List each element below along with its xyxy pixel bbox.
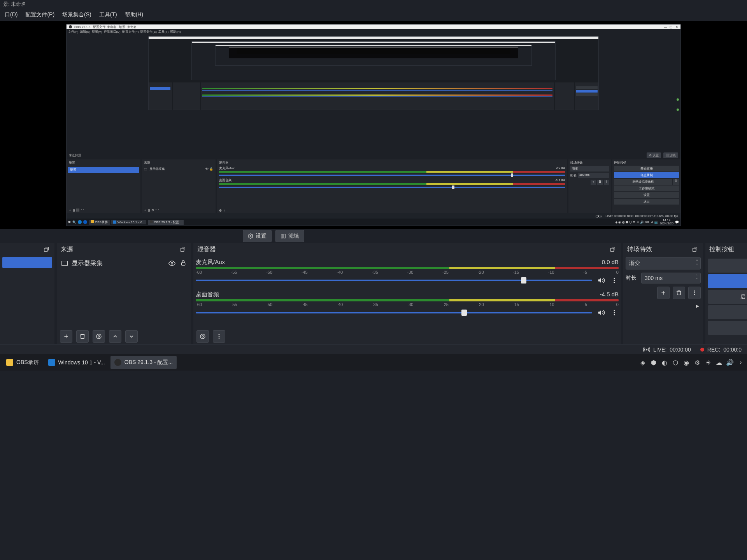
tray-gear-icon[interactable]: ⚙ (693, 359, 701, 366)
source-properties-button[interactable] (93, 330, 105, 343)
control-button-3[interactable]: 启 (708, 290, 747, 304)
obs-icon (114, 359, 121, 366)
tray-icon[interactable]: ⬡ (672, 359, 679, 366)
advanced-audio-button[interactable] (196, 330, 209, 343)
source-label: 显示器采集 (72, 259, 103, 268)
svg-point-13 (614, 310, 615, 311)
control-button-4[interactable] (708, 305, 747, 319)
mixer-title: 混音器 (197, 245, 216, 254)
kebab-icon[interactable] (610, 308, 619, 317)
scene-item-selected[interactable] (2, 257, 52, 268)
taskbar-label: OBS 29.1.3 - 配置... (124, 359, 173, 366)
preview-area[interactable]: OBS 29.1.3 · 配置文件: 未命名 · 场景: 未命名 — ▢ ✕ 文… (0, 21, 747, 229)
spin-arrows-icon[interactable]: ˄˅ (696, 275, 698, 282)
channel-name: 麦克风/Aux (196, 259, 225, 266)
svg-point-17 (200, 334, 205, 339)
taskbar-label: OBS录屏 (16, 359, 39, 366)
svg-point-10 (614, 278, 615, 279)
duration-label: 时长 (626, 275, 637, 282)
mixer-channel-mic: 麦克风/Aux0.0 dB -60-55-50-45-40-35-30-25-2… (196, 257, 619, 285)
svg-rect-3 (44, 248, 47, 251)
move-down-button[interactable] (125, 330, 138, 343)
menu-item-window[interactable]: 口(D) (2, 10, 21, 20)
add-transition-button[interactable] (657, 287, 670, 299)
svg-point-25 (646, 349, 647, 350)
taskbar-item-obs[interactable]: OBS 29.1.3 - 配置... (110, 356, 177, 369)
tray-sound-icon[interactable]: 🔊 (726, 359, 734, 366)
transitions-title: 转场特效 (627, 245, 652, 254)
mixer-menu-button[interactable] (213, 330, 225, 343)
scenes-dock (0, 243, 54, 344)
menu-item-profile[interactable]: 配置文件(P) (22, 10, 58, 20)
popout-icon[interactable] (608, 245, 617, 254)
svg-point-14 (614, 312, 615, 313)
svg-rect-1 (281, 234, 283, 238)
preview-canvas: OBS 29.1.3 · 配置文件: 未命名 · 场景: 未命名 — ▢ ✕ 文… (66, 24, 681, 226)
popout-icon[interactable] (42, 245, 51, 254)
add-source-button[interactable] (60, 330, 72, 343)
duration-value: 300 ms (645, 275, 663, 281)
filters-icon (281, 233, 286, 239)
record-dot-icon (700, 348, 704, 352)
svg-point-7 (98, 336, 100, 337)
source-filters-button[interactable]: 滤镜 (275, 230, 304, 242)
controls-title: 控制按钮 (709, 245, 734, 254)
menu-item-help[interactable]: 帮助(H) (122, 10, 146, 20)
window-title: 景: 未命名 (0, 0, 747, 9)
transitions-dock: 转场特效 渐变 ˄˅ 时长 300 ms ˄˅ (623, 243, 703, 344)
svg-point-23 (694, 292, 695, 294)
svg-point-22 (694, 290, 695, 292)
tray-chevron-icon[interactable]: › (737, 359, 745, 366)
taskbar-item-folder[interactable]: OBS录屏 (2, 356, 43, 369)
volume-slider[interactable] (196, 280, 592, 281)
taskbar: OBS录屏 Windows 10 1 - V... OBS 29.1.3 - 配… (0, 354, 747, 371)
display-capture-icon (61, 261, 68, 266)
transition-menu-button[interactable] (688, 287, 701, 299)
tray-icon[interactable]: ◈ (639, 359, 647, 366)
tray-icon[interactable]: ⬢ (650, 359, 658, 366)
popout-icon[interactable] (691, 245, 699, 254)
channel-name: 桌面音频 (196, 291, 219, 298)
mixer-dock: 混音器 麦克风/Aux0.0 dB -60-55-50-45-40-35-30-… (193, 243, 621, 344)
slider-knob[interactable] (461, 310, 467, 316)
source-settings-button[interactable]: 设置 (243, 230, 272, 242)
preview-toolbar: 设置 滤镜 (0, 229, 747, 243)
transition-type: 渐变 (629, 260, 640, 267)
taskbar-item-vm[interactable]: Windows 10 1 - V... (44, 356, 109, 369)
eye-icon[interactable] (168, 260, 175, 267)
svg-point-16 (202, 336, 203, 337)
vm-icon (48, 359, 55, 366)
settings-label: 设置 (256, 233, 267, 240)
tray-icon[interactable]: ◉ (682, 359, 690, 366)
tray-icon[interactable]: ◐ (661, 359, 668, 366)
speaker-icon[interactable] (597, 308, 605, 317)
tray-sun-icon[interactable]: ☀ (704, 359, 712, 366)
volume-slider[interactable] (196, 312, 592, 313)
source-item[interactable]: 显示器采集 (59, 257, 189, 270)
tick-labels: -60-55-50-45-40-35-30-25-20-15-10-50 (196, 269, 619, 276)
sources-dock: 来源 显示器采集 (57, 243, 191, 344)
menu-item-tools[interactable]: 工具(T) (96, 10, 120, 20)
remove-source-button[interactable] (76, 330, 89, 343)
popout-icon[interactable] (179, 245, 187, 254)
taskbar-label: Windows 10 1 - V... (58, 359, 105, 366)
speaker-icon[interactable] (597, 276, 605, 285)
menu-item-scenes[interactable]: 场景集合(S) (59, 10, 95, 20)
tray-cloud-icon[interactable]: ☁ (715, 359, 723, 366)
transition-select[interactable]: 渐变 ˄˅ (626, 257, 701, 270)
broadcast-icon (643, 346, 650, 353)
slider-knob[interactable] (521, 277, 526, 284)
kebab-icon[interactable] (610, 276, 619, 285)
duration-spinbox[interactable]: 300 ms ˄˅ (641, 273, 701, 284)
control-button-record[interactable] (708, 274, 747, 288)
mixer-channel-desktop: 桌面音频-4.5 dB -60-55-50-45-40-35-30-25-20-… (196, 289, 619, 317)
svg-point-19 (219, 336, 220, 337)
svg-point-0 (250, 235, 251, 237)
control-button-1[interactable] (708, 259, 747, 273)
lock-icon[interactable] (180, 260, 186, 267)
move-up-button[interactable] (109, 330, 121, 343)
play-icon[interactable]: ▸ (696, 302, 699, 310)
svg-rect-4 (181, 248, 184, 251)
remove-transition-button[interactable] (673, 287, 685, 299)
control-button-5[interactable] (708, 321, 747, 335)
